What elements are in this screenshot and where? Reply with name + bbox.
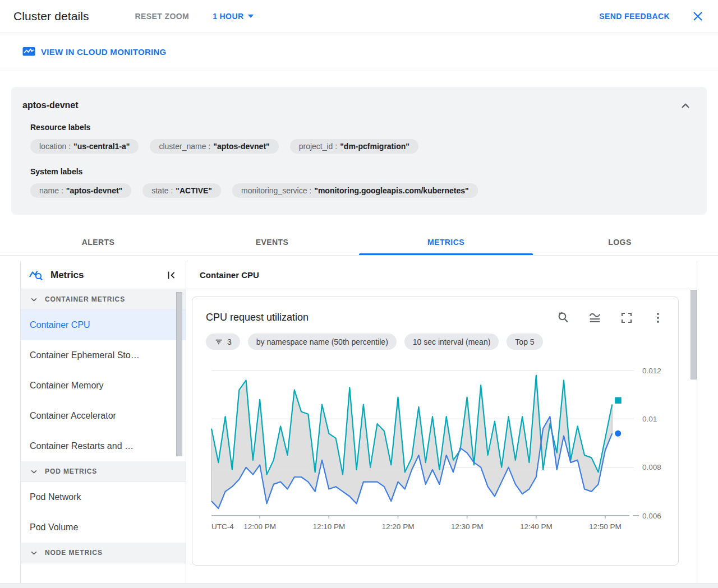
label-chip: location : "us-central1-a" bbox=[30, 139, 139, 154]
chip-label: 3 bbox=[227, 337, 232, 346]
chip-value: "aptos-devnet" bbox=[213, 142, 269, 151]
chip-key: project_id : bbox=[299, 142, 337, 151]
main-panel-header: Container CPU bbox=[186, 261, 697, 289]
svg-text:12:50 PM: 12:50 PM bbox=[589, 522, 622, 531]
tab-metrics[interactable]: METRICS bbox=[359, 229, 533, 255]
chip-key: monitoring_service : bbox=[241, 186, 311, 195]
sidebar-item-container-accelerator[interactable]: Container Accelerator bbox=[21, 401, 186, 431]
chevron-down-icon bbox=[30, 467, 38, 476]
metrics-sidebar: Metrics CONTAINER METRICS Container CPU … bbox=[21, 261, 186, 583]
chip-value: "aptos-devnet" bbox=[66, 186, 122, 195]
time-range-dropdown[interactable]: 1 HOUR bbox=[213, 12, 254, 21]
cpu-chart-card: CPU request utilization bbox=[192, 297, 679, 566]
monitor-row: VIEW IN CLOUD MONITORING bbox=[0, 33, 718, 71]
caret-down-icon bbox=[248, 15, 254, 18]
metrics-main-panel: Container CPU CPU request utilization bbox=[186, 261, 697, 583]
cpu-utilization-chart: 0.0060.0080.010.012UTC-412:00 PM12:10 PM… bbox=[206, 354, 665, 539]
svg-text:12:20 PM: 12:20 PM bbox=[382, 522, 415, 531]
svg-text:0.008: 0.008 bbox=[642, 463, 661, 471]
monitoring-chart-icon bbox=[22, 47, 35, 57]
svg-text:0.012: 0.012 bbox=[642, 367, 661, 375]
filter-icon bbox=[214, 337, 223, 346]
interval-chip[interactable]: 10 sec interval (mean) bbox=[404, 334, 499, 350]
label-chip: cluster_name : "aptos-devnet" bbox=[150, 139, 278, 154]
label-chip: project_id : "dm-pcfmigration" bbox=[290, 139, 418, 154]
cluster-summary-card: aptos-devnet Resource labels location : … bbox=[11, 87, 707, 215]
svg-text:0.01: 0.01 bbox=[642, 415, 657, 423]
sidebar-header: Metrics bbox=[21, 261, 186, 289]
collapse-card-button[interactable] bbox=[679, 99, 692, 113]
system-labels-title: System labels bbox=[30, 167, 696, 176]
resource-labels-group: Resource labels location : "us-central1-… bbox=[30, 123, 696, 154]
tab-logs[interactable]: LOGS bbox=[533, 229, 707, 255]
kebab-menu-icon bbox=[651, 311, 665, 325]
svg-text:12:30 PM: 12:30 PM bbox=[451, 522, 484, 531]
view-in-cloud-monitoring-link[interactable]: VIEW IN CLOUD MONITORING bbox=[22, 47, 167, 57]
sidebar-item-pod-volume[interactable]: Pod Volume bbox=[21, 512, 186, 543]
close-icon bbox=[691, 10, 705, 23]
reset-zoom-button[interactable]: RESET ZOOM bbox=[135, 12, 190, 21]
filter-count-chip[interactable]: 3 bbox=[206, 334, 240, 350]
section-pod-metrics[interactable]: POD METRICS bbox=[21, 461, 186, 482]
chevron-down-icon bbox=[30, 549, 38, 557]
section-node-metrics[interactable]: NODE METRICS bbox=[21, 543, 186, 563]
zoom-history-icon bbox=[556, 311, 570, 325]
chart-menu-button[interactable] bbox=[651, 311, 665, 325]
chevron-up-icon bbox=[679, 99, 692, 113]
collapse-sidebar-button[interactable] bbox=[165, 269, 178, 281]
tab-events[interactable]: EVENTS bbox=[185, 229, 359, 255]
chart-filter-chips: 3 by namespace name (50th percentile) 10… bbox=[206, 334, 665, 350]
sidebar-item-container-restarts[interactable]: Container Restarts and … bbox=[21, 431, 186, 461]
sidebar-item-container-ephemeral-storage[interactable]: Container Ephemeral Sto… bbox=[21, 340, 186, 371]
collapse-panel-left-icon bbox=[165, 269, 178, 281]
view-statistics-button[interactable] bbox=[588, 311, 602, 325]
page-background-strip bbox=[0, 583, 718, 588]
sidebar-item-container-memory[interactable]: Container Memory bbox=[21, 371, 186, 401]
section-label: POD METRICS bbox=[45, 467, 97, 475]
chip-label: Top 5 bbox=[515, 337, 534, 346]
sidebar-title: Metrics bbox=[50, 270, 84, 281]
groupby-chip[interactable]: by namespace name (50th percentile) bbox=[248, 334, 397, 350]
view-in-cloud-monitoring-label: VIEW IN CLOUD MONITORING bbox=[41, 47, 167, 57]
sidebar-item-container-cpu[interactable]: Container CPU bbox=[21, 310, 186, 340]
send-feedback-button[interactable]: SEND FEEDBACK bbox=[599, 12, 670, 21]
statistics-wave-icon bbox=[588, 311, 602, 325]
fullscreen-icon bbox=[620, 311, 633, 325]
chip-value: "dm-pcfmigration" bbox=[340, 142, 409, 151]
chip-value: "ACTIVE" bbox=[176, 186, 212, 195]
tab-alerts[interactable]: ALERTS bbox=[11, 229, 185, 255]
chip-key: location : bbox=[39, 142, 71, 151]
top5-chip[interactable]: Top 5 bbox=[507, 334, 542, 350]
chip-key: cluster_name : bbox=[159, 142, 210, 151]
fullscreen-button[interactable] bbox=[620, 311, 633, 325]
zoom-reset-button[interactable] bbox=[556, 311, 570, 325]
cluster-name-title: aptos-devnet bbox=[22, 100, 696, 110]
tabs-divider bbox=[0, 255, 718, 256]
chip-key: name : bbox=[39, 186, 63, 195]
main-scrollbar-thumb[interactable] bbox=[691, 290, 697, 379]
chip-value: "us-central1-a" bbox=[73, 142, 130, 151]
chart-plot-area[interactable]: 0.0060.0080.010.012UTC-412:00 PM12:10 PM… bbox=[206, 354, 665, 541]
sidebar-item-pod-network[interactable]: Pod Network bbox=[21, 482, 186, 512]
chart-title: CPU request utilization bbox=[206, 312, 309, 323]
chip-value: "monitoring.googleapis.com/kubernetes" bbox=[314, 186, 468, 195]
time-range-value: 1 HOUR bbox=[213, 12, 243, 21]
chip-label: 10 sec interval (mean) bbox=[413, 337, 491, 346]
svg-text:12:40 PM: 12:40 PM bbox=[520, 522, 553, 531]
sidebar-scrollbar-thumb[interactable] bbox=[176, 292, 182, 456]
cluster-details-panel: Cluster details RESET ZOOM 1 HOUR SEND F… bbox=[0, 0, 718, 588]
section-container-metrics[interactable]: CONTAINER METRICS bbox=[21, 289, 186, 310]
svg-text:UTC-4: UTC-4 bbox=[211, 522, 234, 531]
metrics-content: Metrics CONTAINER METRICS Container CPU … bbox=[20, 261, 697, 583]
label-chip: state : "ACTIVE" bbox=[142, 183, 221, 198]
chip-label: by namespace name (50th percentile) bbox=[256, 337, 388, 346]
section-label: NODE METRICS bbox=[45, 549, 103, 557]
label-chip: monitoring_service : "monitoring.googlea… bbox=[232, 183, 478, 198]
label-chip: name : "aptos-devnet" bbox=[30, 183, 131, 198]
chevron-down-icon bbox=[30, 295, 38, 304]
section-label: CONTAINER METRICS bbox=[45, 295, 125, 303]
chip-key: state : bbox=[151, 186, 173, 195]
metrics-explorer-icon bbox=[29, 268, 44, 282]
close-button[interactable] bbox=[691, 10, 705, 23]
system-labels-group: System labels name : "aptos-devnet" stat… bbox=[30, 167, 696, 198]
